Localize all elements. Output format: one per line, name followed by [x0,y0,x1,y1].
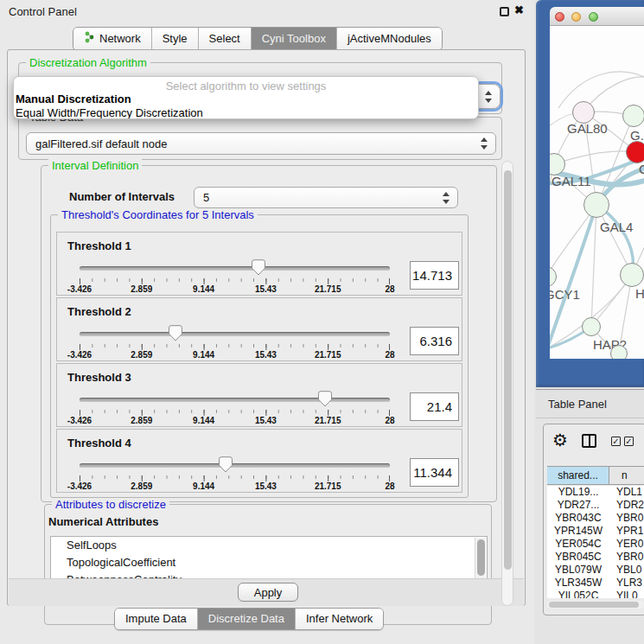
table-horizontal-scrollbar[interactable] [547,601,644,609]
threshold-3-row: Threshold 3 -3.4262.8599.14415.4321.7152… [56,363,462,427]
numerical-attributes-heading: Numerical Attributes [48,515,158,528]
checkbox-checked-icon[interactable]: ✓ [624,437,634,446]
table-row[interactable]: YBL079W YBL0 [547,564,644,577]
control-panel-window: Control Panel ✖ Network Style Select Cyn… [0,0,534,644]
dropdown-hint: Select algorithm to view settings [14,77,478,92]
slider-track[interactable] [80,463,390,468]
threshold-3-value-field[interactable] [410,392,459,421]
table-row[interactable]: YIL052C YIL0 [547,590,644,598]
table-body: YDL19... YDL1 YDR27... YDR2 YBR043C YBR0… [547,486,644,598]
node-label: H [635,286,644,301]
network-node[interactable] [610,345,628,359]
slider-track[interactable] [80,266,390,271]
major-ticks [80,344,390,350]
window-title: Control Panel [9,5,77,18]
list-scrollbar[interactable] [475,538,486,581]
top-tab-bar: Network Style Select Cyni Toolbox jActiv… [73,27,443,51]
node-label: GAL11 [552,174,591,188]
close-traffic-light-icon[interactable] [555,12,564,22]
threshold-label: Threshold 1 [67,239,131,252]
slider-thumb[interactable] [318,391,332,407]
table-row[interactable]: YLR345W YLR3 [547,577,644,590]
tick-labels: -3.4262.8599.14415.4321.71528 [80,284,390,295]
scrollbar-thumb[interactable] [504,170,512,570]
column-header-name[interactable]: n [609,467,644,484]
tab-infer-network[interactable]: Infer Network [296,609,383,629]
column-header-shared-name[interactable]: shared... [547,467,609,484]
stepper-icon [485,91,493,103]
tab-select[interactable]: Select [199,28,252,50]
threshold-2-row: Threshold 2 -3.4262.8599.14415.4321.7152… [56,297,462,361]
cyni-toolbox-panel: Discretization Algorithm Select algorith… [7,49,526,606]
tick-labels: -3.4262.8599.14415.4321.71528 [80,481,390,492]
network-node[interactable] [626,141,644,163]
slider-thumb[interactable] [252,259,265,276]
threshold-2-value-field[interactable] [410,327,459,355]
table-row[interactable]: YDR27... YDR2 [547,499,644,512]
dropdown-option-equal-width[interactable]: Equal Width/Frequency Discretization [14,106,478,119]
network-node[interactable] [622,105,644,127]
table-row[interactable]: YER054C YER0 [547,538,644,551]
node-label: GAL80 [567,121,608,136]
network-node[interactable] [583,192,609,218]
threshold-4-slider[interactable]: -3.4262.8599.14415.4321.71528 [80,456,390,492]
scrollbar-thumb[interactable] [549,602,639,608]
list-item[interactable]: TopologicalCoefficient [51,554,487,571]
minimize-traffic-light-icon[interactable] [571,12,581,22]
network-window-titlebar[interactable] [550,7,644,26]
group-label: Discretization Algorithm [26,56,150,69]
table-panel-card: ⚙ ✓ ✓ shared... n YDL19... YDL1 YDR27...… [543,424,644,615]
table-row[interactable]: YBR043C YBR0 [547,512,644,525]
threshold-4-row: Threshold 4 -3.4262.8599.14415.4321.7152… [56,429,462,493]
slider-thumb[interactable] [219,456,233,473]
table-header-row: shared... n [547,466,644,485]
table-data-select[interactable]: galFiltered.sif default node [26,132,496,155]
slider-track[interactable] [80,332,390,336]
tab-style[interactable]: Style [152,28,199,50]
threshold-4-value-field[interactable] [410,458,459,487]
close-icon[interactable]: ✖ [514,3,524,16]
threshold-1-slider[interactable]: -3.4262.8599.14415.4321.71528 [80,258,390,295]
zoom-traffic-light-icon[interactable] [589,12,598,22]
slider-track[interactable] [80,398,390,402]
algorithm-dropdown-popup: Select algorithm to view settings Manual… [13,76,479,119]
interval-definition-group: Interval Definition Number of Intervals … [41,165,497,502]
control-panel-titlebar: Control Panel ✖ [0,0,534,22]
float-window-icon[interactable] [500,7,509,16]
bottom-tab-bar: Impute Data Discretize Data Infer Networ… [114,608,384,630]
network-icon [84,31,95,46]
tab-discretize-data[interactable]: Discretize Data [198,609,296,629]
table-row[interactable]: YDL19... YDL1 [547,486,644,499]
slider-thumb[interactable] [169,325,182,341]
tab-impute-data[interactable]: Impute Data [115,609,198,629]
tab-network[interactable]: Network [73,28,152,50]
node-label: GCY1 [550,287,580,302]
number-of-intervals-label: Number of Intervals [69,190,175,203]
table-row[interactable]: YBR045C YBR0 [547,551,644,564]
network-node[interactable] [582,317,601,336]
numerical-attributes-list: SelfLoopsTopologicalCoefficientBetweenne… [50,536,488,581]
tab-jactivemnodules[interactable]: jActiveMNodules [337,28,442,50]
table-row[interactable]: YPR145W YPR1 [547,525,644,538]
tab-cyni-toolbox[interactable]: Cyni Toolbox [252,28,337,50]
scrollbar-thumb[interactable] [477,539,485,576]
threshold-label: Threshold 2 [67,305,131,318]
threshold-1-value-field[interactable] [410,261,459,290]
apply-button[interactable]: Apply [238,583,298,602]
panel-scrollbar[interactable] [501,161,513,606]
threshold-3-slider[interactable]: -3.4262.8599.14415.4321.71528 [80,390,390,426]
network-node[interactable] [620,263,644,287]
columns-icon[interactable] [582,434,596,448]
gear-icon[interactable]: ⚙ [552,430,568,450]
number-of-intervals-select[interactable]: 5 [194,187,458,208]
threshold-2-slider[interactable]: -3.4262.8599.14415.4321.71528 [80,324,390,360]
checkbox-checked-icon[interactable]: ✓ [611,437,621,446]
list-item[interactable]: SelfLoops [51,537,487,554]
major-ticks [80,475,390,481]
node-label: C [639,162,644,176]
group-label: Threshold's Coordinates for 5 Intervals [58,208,258,221]
group-label: Attributes to discretize [52,498,169,511]
network-canvas[interactable]: GAL80G.CGAL11GAL4GCY1HHAP2 [550,26,644,359]
dropdown-option-manual[interactable]: Manual Discretization [14,92,478,106]
tick-labels: -3.4262.8599.14415.4321.71528 [80,416,390,426]
